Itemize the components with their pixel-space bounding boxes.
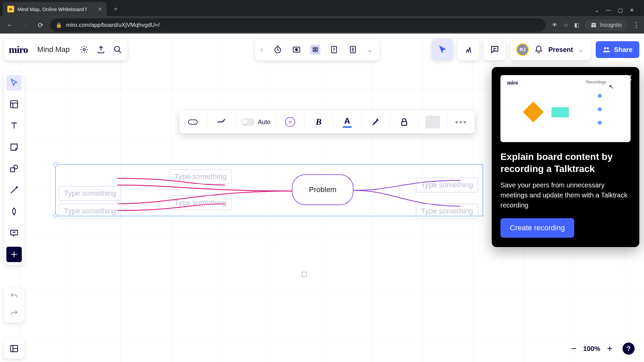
caret-down-icon[interactable]: ⌄ bbox=[595, 7, 599, 13]
preview-dot-icon bbox=[598, 94, 602, 98]
tab-title: Mind Map, Online Whiteboard f bbox=[17, 6, 94, 12]
browser-chrome: m Mind Map, Online Whiteboard f ✕ + ⌄ — … bbox=[0, 0, 644, 34]
star-icon[interactable]: ☆ bbox=[564, 22, 568, 28]
central-node[interactable]: Problem bbox=[292, 174, 354, 205]
popup-body: Save your peers from unnecessary meeting… bbox=[500, 180, 631, 210]
minimize-icon[interactable]: — bbox=[606, 7, 611, 13]
tab-close-icon[interactable]: ✕ bbox=[98, 6, 102, 12]
panel-icon[interactable]: ◧ bbox=[574, 22, 579, 28]
addr-right-icons: 👁 ☆ ◧ Incognito ⋮ bbox=[552, 19, 640, 31]
mindmap-node[interactable]: Type something bbox=[169, 195, 231, 210]
mouse-cursor bbox=[302, 272, 307, 277]
tab-strip: m Mind Map, Online Whiteboard f ✕ + ⌄ — … bbox=[0, 0, 644, 16]
browser-menu-icon[interactable]: ⋮ bbox=[633, 21, 640, 29]
incognito-badge[interactable]: Incognito bbox=[585, 19, 627, 31]
svg-point-1 bbox=[594, 25, 596, 27]
central-node-text: Problem bbox=[309, 185, 336, 194]
mini-cursor-icon: ↖ bbox=[609, 83, 614, 90]
preview-diamond-icon bbox=[523, 102, 544, 122]
preview-rect-icon bbox=[551, 107, 569, 117]
reload-button[interactable]: ⟳ bbox=[35, 19, 46, 31]
eye-off-icon[interactable]: 👁 bbox=[552, 22, 557, 28]
address-bar: ← → ⟳ 🔒 miro.com/app/board/uXjVMqhvgdU=/… bbox=[0, 16, 644, 34]
help-button[interactable]: ? bbox=[623, 343, 635, 355]
omnibox[interactable]: 🔒 miro.com/app/board/uXjVMqhvgdU=/ bbox=[50, 18, 545, 32]
popup-title: Explain board content by recording a Tal… bbox=[500, 151, 631, 175]
preview-dot-icon bbox=[598, 107, 602, 111]
browser-tab[interactable]: m Mind Map, Online Whiteboard f ✕ bbox=[3, 2, 107, 16]
mini-logo: miro bbox=[507, 80, 518, 86]
mindmap-node[interactable]: Type something bbox=[59, 204, 121, 219]
miro-favicon: m bbox=[7, 6, 14, 12]
preview-dot-icon bbox=[598, 121, 602, 125]
incognito-icon bbox=[590, 21, 597, 29]
mindmap-node[interactable]: Type something bbox=[416, 178, 478, 192]
back-button[interactable]: ← bbox=[4, 19, 15, 31]
zoom-controls: − 100% + ? bbox=[571, 343, 635, 355]
maximize-icon[interactable]: ▢ bbox=[618, 7, 623, 13]
create-recording-button[interactable]: Create recording bbox=[500, 218, 574, 238]
talktrack-popup: ✕ miro Recordings ↖ Explain board conten… bbox=[492, 67, 639, 247]
svg-point-0 bbox=[591, 25, 594, 27]
zoom-in-button[interactable]: + bbox=[607, 343, 612, 354]
zoom-out-button[interactable]: − bbox=[571, 343, 576, 354]
selection-handle-sw[interactable] bbox=[54, 214, 58, 218]
window-controls: ⌄ — ▢ ✕ bbox=[595, 7, 641, 16]
selection-handle-nw[interactable] bbox=[54, 163, 58, 167]
zoom-value: 100% bbox=[583, 345, 600, 353]
mini-recordings-label: Recordings bbox=[586, 80, 606, 84]
url-text: miro.com/app/board/uXjVMqhvgdU=/ bbox=[66, 22, 160, 28]
mindmap-node[interactable]: Type something bbox=[59, 186, 121, 201]
mindmap-node[interactable]: Type something bbox=[169, 169, 231, 184]
lock-icon: 🔒 bbox=[56, 22, 62, 28]
new-tab-button[interactable]: + bbox=[110, 3, 121, 15]
close-window-icon[interactable]: ✕ bbox=[630, 7, 634, 13]
incognito-label: Incognito bbox=[600, 22, 622, 28]
mindmap-node[interactable]: Type something bbox=[416, 204, 478, 219]
forward-button[interactable]: → bbox=[19, 19, 31, 31]
miro-app: miro Mind Map › ⌄ RJ Present ⌄ Share bbox=[0, 34, 644, 362]
popup-preview-image: miro Recordings ↖ bbox=[500, 75, 631, 142]
